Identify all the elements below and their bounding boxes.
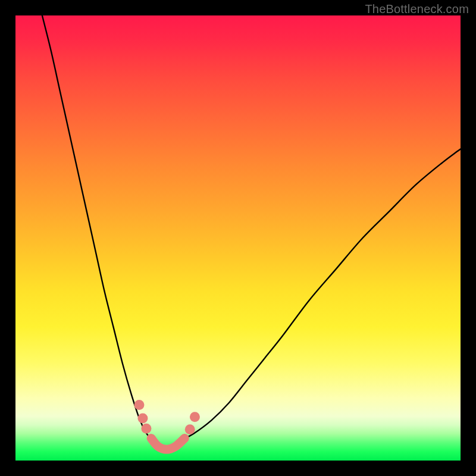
left-shoulder-dots <box>134 400 151 434</box>
curve-layer <box>15 15 461 461</box>
left-descent-curve <box>42 15 151 439</box>
right-ascent-curve <box>184 149 461 438</box>
highlight-dot <box>190 412 200 422</box>
highlight-dot <box>141 424 151 434</box>
outer-frame: TheBottleneck.com <box>0 0 476 476</box>
watermark-text: TheBottleneck.com <box>365 2 469 16</box>
valley-floor-highlight <box>151 439 184 450</box>
plot-area <box>15 15 461 461</box>
highlight-dot <box>137 413 148 423</box>
highlight-dot <box>134 400 144 410</box>
highlight-dot <box>185 424 195 434</box>
